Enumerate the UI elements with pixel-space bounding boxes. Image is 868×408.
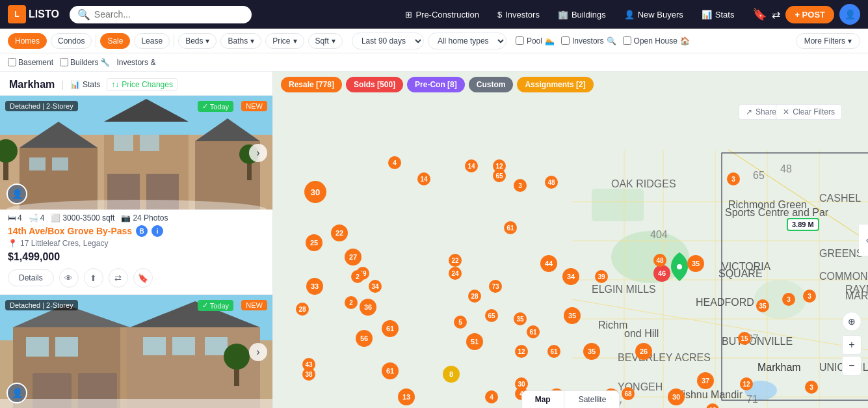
- clear-filters-button[interactable]: ✕ Clear Filters: [776, 104, 842, 120]
- map-cluster[interactable]: 28: [468, 290, 481, 303]
- map-cluster[interactable]: 61: [382, 320, 399, 337]
- map-cluster[interactable]: 61: [527, 325, 540, 338]
- map-cluster[interactable]: 56: [356, 330, 373, 347]
- map-cluster[interactable]: 35: [564, 307, 581, 324]
- basement-checkbox[interactable]: Basement: [8, 58, 53, 67]
- more-filters-button[interactable]: More Filters ▾: [796, 33, 860, 49]
- search-box[interactable]: 🔍: [70, 6, 252, 23]
- map-cluster[interactable]: 68: [622, 387, 635, 400]
- map-cluster[interactable]: 35: [583, 343, 600, 360]
- map-cluster[interactable]: 14: [417, 172, 430, 185]
- satellite-tab[interactable]: Satellite: [566, 391, 620, 408]
- save-button[interactable]: 🔖: [133, 268, 153, 288]
- logo[interactable]: L LISTO: [8, 5, 59, 23]
- map-cluster[interactable]: 35: [756, 299, 769, 312]
- homes-filter[interactable]: Homes: [8, 33, 47, 49]
- map-cluster[interactable]: 24: [449, 267, 462, 280]
- map-cluster[interactable]: 34: [369, 280, 382, 293]
- compare-button[interactable]: ⇄: [772, 8, 780, 21]
- price-dropdown[interactable]: Price ▾: [265, 33, 304, 49]
- map-cluster[interactable]: 28: [296, 303, 309, 316]
- map-cluster[interactable]: 36: [360, 299, 376, 316]
- price-label-1[interactable]: 3.89 M: [787, 218, 819, 231]
- compare-action-button[interactable]: ⇄: [109, 268, 128, 288]
- beds-dropdown[interactable]: Beds ▾: [178, 33, 217, 49]
- map-cluster[interactable]: 25: [306, 234, 322, 251]
- map-cluster[interactable]: 61: [382, 362, 399, 379]
- bookmark-button[interactable]: 🔖: [752, 7, 767, 21]
- map-cluster[interactable]: 37: [697, 372, 714, 389]
- nav-buildings[interactable]: 🏢 Buildings: [550, 6, 614, 23]
- zoom-out-button[interactable]: −: [842, 356, 861, 375]
- custom-tab[interactable]: Custom: [469, 77, 514, 92]
- post-button[interactable]: + POST: [785, 6, 834, 23]
- map-cluster[interactable]: 48: [653, 254, 666, 267]
- search-input[interactable]: [94, 9, 244, 20]
- map-cluster[interactable]: 26: [635, 343, 652, 360]
- map-cluster[interactable]: 8: [443, 366, 460, 383]
- map-cluster[interactable]: 73: [489, 280, 502, 293]
- map-cluster[interactable]: 33: [306, 278, 323, 295]
- baths-dropdown[interactable]: Baths ▾: [220, 33, 261, 49]
- sqft-dropdown[interactable]: Sqft ▾: [308, 33, 343, 49]
- solds-tab[interactable]: Solds [500]: [346, 77, 403, 92]
- map-cluster[interactable]: 51: [466, 333, 483, 350]
- resale-tab[interactable]: Resale [778]: [281, 77, 342, 92]
- map-cluster[interactable]: 65: [485, 309, 498, 322]
- map-cluster[interactable]: 35: [687, 255, 704, 272]
- nav-stats[interactable]: 📊 Stats: [694, 6, 743, 23]
- precon-tab[interactable]: Pre-Con [8]: [407, 77, 465, 92]
- map-cluster[interactable]: 27: [345, 249, 362, 265]
- map-cluster[interactable]: 30: [668, 388, 685, 405]
- nav-pre-construction[interactable]: ⊞ Pre-Construction: [397, 6, 487, 23]
- map-cluster[interactable]: 3: [803, 290, 816, 303]
- map-cluster[interactable]: 35: [514, 312, 527, 325]
- map-cluster[interactable]: 34: [562, 268, 579, 285]
- map-cluster[interactable]: 4: [485, 390, 498, 403]
- builders-checkbox[interactable]: Builders 🔧: [60, 58, 110, 67]
- map-cluster[interactable]: 38: [302, 368, 315, 381]
- map-cluster[interactable]: 2: [345, 296, 358, 309]
- avatar[interactable]: 👤: [839, 4, 860, 25]
- map-tab[interactable]: Map: [522, 391, 564, 408]
- price-changes-button[interactable]: ↑↓ Price Changes: [107, 78, 178, 91]
- lease-filter[interactable]: Lease: [134, 33, 170, 49]
- assignments-tab[interactable]: Assignments [2]: [517, 77, 593, 92]
- map-cluster[interactable]: 61: [547, 345, 560, 358]
- map-cluster[interactable]: 30: [515, 377, 528, 390]
- map-cluster[interactable]: 3: [727, 172, 740, 185]
- map-cluster[interactable]: 14: [465, 159, 478, 172]
- hometype-dropdown[interactable]: All home types: [428, 33, 506, 49]
- collapse-panel-button[interactable]: ‹: [859, 224, 868, 256]
- view-button[interactable]: 👁: [59, 268, 79, 288]
- map-cluster[interactable]: 12: [493, 159, 506, 172]
- nav-investors[interactable]: $ Investors: [490, 6, 547, 23]
- map-cluster[interactable]: 30: [304, 181, 326, 203]
- map-cluster[interactable]: 4: [388, 156, 401, 169]
- open-house-checkbox[interactable]: Open House 🏠: [623, 36, 690, 46]
- investors-checkbox[interactable]: Investors 🔍: [561, 36, 616, 46]
- share-action-button[interactable]: ⬆: [84, 268, 103, 288]
- condos-filter[interactable]: Condos: [51, 33, 92, 49]
- map-cluster[interactable]: 48: [545, 176, 558, 189]
- details-button[interactable]: Details: [8, 269, 54, 286]
- locate-button[interactable]: ⊕: [842, 312, 861, 331]
- map-cluster[interactable]: 5: [454, 316, 467, 329]
- map-cluster[interactable]: 3: [805, 381, 818, 394]
- map-cluster[interactable]: 39: [595, 270, 608, 283]
- map-cluster[interactable]: 13: [398, 388, 415, 405]
- map-cluster[interactable]: 12: [740, 377, 753, 390]
- map-cluster[interactable]: 46: [653, 265, 670, 282]
- sale-filter[interactable]: Sale: [100, 33, 130, 49]
- time-dropdown[interactable]: Last 90 days: [352, 33, 424, 49]
- map-cluster[interactable]: 3: [514, 179, 527, 192]
- zoom-in-button[interactable]: +: [842, 335, 861, 355]
- map-cluster[interactable]: 12: [515, 345, 528, 358]
- listing-next-arrow[interactable]: ›: [249, 343, 267, 361]
- map-cluster[interactable]: 3: [782, 293, 795, 306]
- pool-checkbox[interactable]: Pool 🏊: [516, 36, 555, 46]
- map-cluster[interactable]: 15: [738, 332, 751, 345]
- map-cluster[interactable]: 61: [504, 221, 517, 234]
- nav-new-buyers[interactable]: 👤 New Buyers: [616, 6, 691, 23]
- map-cluster[interactable]: 22: [449, 254, 462, 267]
